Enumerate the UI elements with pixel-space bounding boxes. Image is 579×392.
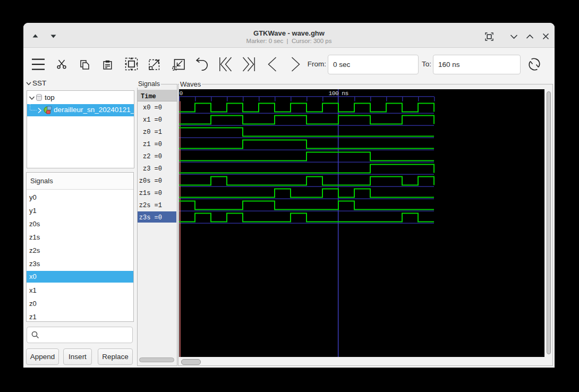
svg-text:100 ns: 100 ns bbox=[329, 90, 348, 97]
svg-text:0: 0 bbox=[180, 90, 183, 97]
